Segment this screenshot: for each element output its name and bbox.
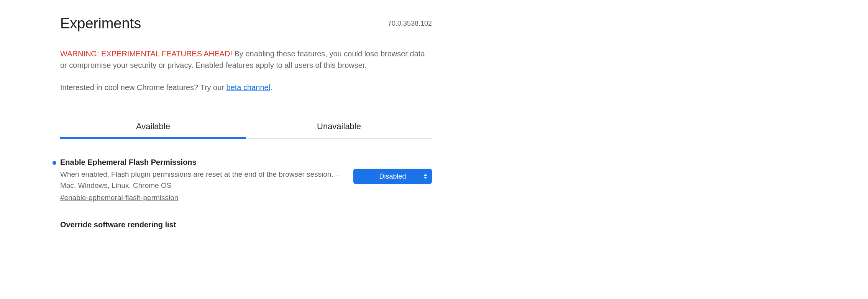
flag-description: When enabled, Flash plugin permissions a… <box>60 169 344 191</box>
beta-suffix: . <box>270 83 272 92</box>
flag-anchor-link[interactable]: #enable-ephemeral-flash-permission <box>60 194 178 202</box>
tab-unavailable[interactable]: Unavailable <box>246 116 432 138</box>
beta-block: Interested in cool new Chrome features? … <box>60 82 432 93</box>
page-title: Experiments <box>60 15 141 32</box>
beta-prefix: Interested in cool new Chrome features? … <box>60 83 226 92</box>
flag-item: Override software rendering list <box>60 220 432 232</box>
warning-block: WARNING: EXPERIMENTAL FEATURES AHEAD! By… <box>60 48 432 71</box>
flag-title: Enable Ephemeral Flash Permissions <box>60 158 344 167</box>
select-arrows-icon <box>423 174 427 179</box>
flag-select-value: Disabled <box>379 172 406 181</box>
modified-dot-icon <box>53 161 56 165</box>
flag-title: Override software rendering list <box>60 220 423 229</box>
tabs: Available Unavailable <box>60 116 432 139</box>
version-label: 70.0.3538.102 <box>388 20 432 28</box>
flag-select[interactable]: Disabled <box>353 169 432 184</box>
beta-channel-link[interactable]: beta channel <box>226 83 271 92</box>
tab-available[interactable]: Available <box>60 116 246 138</box>
warning-label: WARNING: EXPERIMENTAL FEATURES AHEAD! <box>60 49 232 58</box>
flag-item: Enable Ephemeral Flash Permissions When … <box>60 158 432 202</box>
